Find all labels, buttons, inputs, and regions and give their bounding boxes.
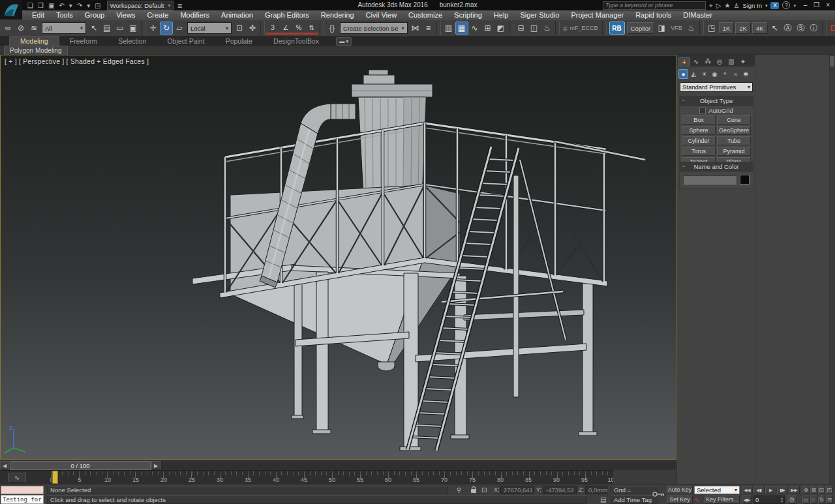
current-frame-marker[interactable] <box>52 471 58 484</box>
maximize-viewport-button[interactable]: ⊡ <box>826 496 833 504</box>
shapes-category[interactable]: ◭ <box>689 69 699 79</box>
autodesk-exchange-icon[interactable]: X <box>770 2 779 9</box>
select-and-manipulate-icon[interactable]: ✜▾ <box>246 22 259 35</box>
sign-in-label[interactable]: Sign In <box>742 1 762 10</box>
spacewarps-category[interactable]: ≈ <box>731 69 740 79</box>
x-coordinate-field[interactable]: 27670,641 <box>500 486 534 494</box>
zoom-button[interactable]: ⊕ <box>802 486 810 494</box>
systems-category[interactable]: ✱ <box>741 69 751 79</box>
menu-item[interactable]: Group <box>79 10 111 20</box>
info-toggle-icon[interactable]: ⓘ▾ <box>808 22 821 35</box>
menu-item[interactable]: Animation <box>215 10 259 20</box>
schematic-view-icon[interactable]: ⊞▾ <box>481 22 494 35</box>
curve-editor-icon[interactable]: ∿▾ <box>468 22 481 35</box>
cameras-category[interactable]: ◉ <box>710 69 720 79</box>
select-and-link-icon[interactable]: ∞▾ <box>1 22 14 35</box>
menu-item[interactable]: Tools <box>50 10 79 20</box>
primitive-button[interactable]: Pyramid <box>717 147 751 156</box>
undo-dropdown-icon[interactable]: ▾ <box>68 1 74 10</box>
next-frame-arrow[interactable]: ▶ <box>151 461 160 470</box>
menu-item[interactable]: Civil View <box>360 10 402 20</box>
orbit-button[interactable]: ↻ <box>818 496 825 504</box>
menu-item[interactable]: Modifiers <box>174 10 215 20</box>
menu-item[interactable]: Project Manager <box>565 10 630 20</box>
align-icon[interactable]: ≡▾ <box>422 22 435 35</box>
perspective-viewport[interactable]: [ + ] [ Perspective ] [ Shaded + Edged F… <box>0 55 676 460</box>
menu-item[interactable]: Edit <box>26 10 50 20</box>
selection-set-dropdown[interactable]: Selected▾ <box>694 486 740 494</box>
vfb-teapot-icon[interactable]: ♨▾ <box>685 22 698 35</box>
menu-item[interactable]: Graph Editors <box>259 10 315 20</box>
add-time-tag[interactable]: Add Time Tag <box>611 496 658 504</box>
named-selection-dropdown[interactable]: Create Selection Se▾ <box>340 22 408 34</box>
maximize-button[interactable]: ❐ <box>813 0 819 10</box>
ribbon-tab[interactable]: Selection <box>108 37 157 46</box>
window-crossing-icon[interactable]: ▣▾ <box>127 22 140 35</box>
field-of-view-button[interactable]: ▭ <box>802 496 810 504</box>
menu-item[interactable]: Customize <box>402 10 448 20</box>
res-4k-button[interactable]: 4K▾ <box>752 22 768 34</box>
lights-category[interactable]: ☀ <box>699 69 709 79</box>
vfb-label[interactable]: VFB▾ <box>668 25 685 31</box>
user-icon[interactable]: ♙ <box>733 1 739 10</box>
polygon-modeling-panel[interactable]: Polygon Modeling <box>4 46 68 55</box>
create-tab[interactable]: + <box>678 57 690 67</box>
maxscript-listener-input[interactable]: Testing for i <box>1 495 44 504</box>
render-production-icon[interactable]: ♨▾ <box>541 22 554 35</box>
autogrid-checkbox[interactable] <box>699 108 706 114</box>
project-folder-icon[interactable]: ◳ <box>93 1 102 10</box>
menu-item[interactable]: Rendering <box>315 10 360 20</box>
time-slider-track[interactable] <box>161 462 675 469</box>
coordinate-system-dropdown[interactable]: Local▾ <box>187 22 232 34</box>
primitive-button[interactable]: Torus <box>682 147 716 156</box>
redo-dropdown-icon[interactable]: ▾ <box>85 1 91 10</box>
zoom-extents-all-button[interactable]: ◰ <box>826 486 833 494</box>
ribbon-overflow-button[interactable]: ▬ ▾ <box>336 37 352 46</box>
track-bar[interactable]: ∿ 05101520253035404550556065707580859095… <box>0 470 676 484</box>
close-button[interactable]: × <box>826 0 830 10</box>
play-button[interactable]: ▶ <box>765 486 776 494</box>
spinner-snap-icon[interactable]: ⇅▾ <box>305 23 318 35</box>
menu-item[interactable]: DIMaster <box>677 10 718 20</box>
ribbon-tab[interactable]: Freeform <box>59 37 108 46</box>
set-key-button[interactable]: Set Key <box>667 496 693 504</box>
layer-manager-icon[interactable]: ▥▾ <box>442 22 455 35</box>
app-logo[interactable] <box>0 0 22 20</box>
isolate-selection-icon[interactable]: ⚲ <box>457 486 461 494</box>
mirror-icon[interactable]: ⋈▾ <box>409 22 422 35</box>
key-mode-toggle[interactable]: ◀▶ <box>742 496 752 504</box>
sign-in-caret-icon[interactable]: ▾ <box>765 1 768 10</box>
copitor-button[interactable]: Copitor▾ <box>627 22 655 34</box>
primitive-button[interactable]: Cone <box>717 115 751 125</box>
search-arrow-icon[interactable]: ▷ <box>716 1 721 10</box>
zoom-extents-button[interactable]: ◱ <box>818 486 825 494</box>
go-to-end-button[interactable]: ▶▶ <box>789 486 800 494</box>
object-type-header[interactable]: − Object Type <box>680 96 753 106</box>
previous-frame-arrow[interactable]: ◀ <box>0 461 9 470</box>
bind-to-space-warp-icon[interactable]: ≋▾ <box>27 22 40 35</box>
z-coordinate-field[interactable]: 0,0mm <box>585 486 607 494</box>
select-and-scale-icon[interactable]: ▱▾ <box>173 22 186 35</box>
spinner-icon[interactable]: ▴▾ <box>781 497 783 503</box>
scene-explorer-icon[interactable]: ▦▾ <box>455 22 468 35</box>
edit-named-selections-icon[interactable]: {}▾ <box>326 22 339 35</box>
mini-curve-editor-button[interactable]: ∿ <box>8 473 26 482</box>
rb-button[interactable]: RB▾ <box>609 22 625 35</box>
rendered-frame-icon[interactable]: ◫▾ <box>528 22 541 35</box>
snap-toggle-3d-icon[interactable]: 3▾ <box>266 23 279 35</box>
menu-item[interactable]: Rapid tools <box>630 10 677 20</box>
primitive-button[interactable]: Tube <box>717 136 751 145</box>
name-color-header[interactable]: − Name and Color <box>680 162 753 171</box>
viewport-label[interactable]: [ + ] [ Perspective ] [ Shaded + Edged F… <box>5 57 149 65</box>
search-input[interactable] <box>603 1 706 10</box>
viewport-canvas[interactable]: z <box>1 55 676 459</box>
open-file-icon[interactable]: ❒ <box>37 1 45 10</box>
select-object-icon[interactable]: ↖▾ <box>87 22 100 35</box>
auto-key-button[interactable]: Auto Key <box>667 486 693 494</box>
menu-item[interactable]: Create <box>141 10 174 20</box>
previous-frame-button[interactable]: ◀▮ <box>753 486 765 494</box>
ribbon-tab[interactable]: DesignToolBox <box>263 37 329 46</box>
zoom-all-button[interactable]: ⊞ <box>810 486 817 494</box>
primitives-dropdown[interactable]: Standard Primitives▾ <box>680 82 753 92</box>
panel-scrollbar[interactable] <box>829 55 835 484</box>
